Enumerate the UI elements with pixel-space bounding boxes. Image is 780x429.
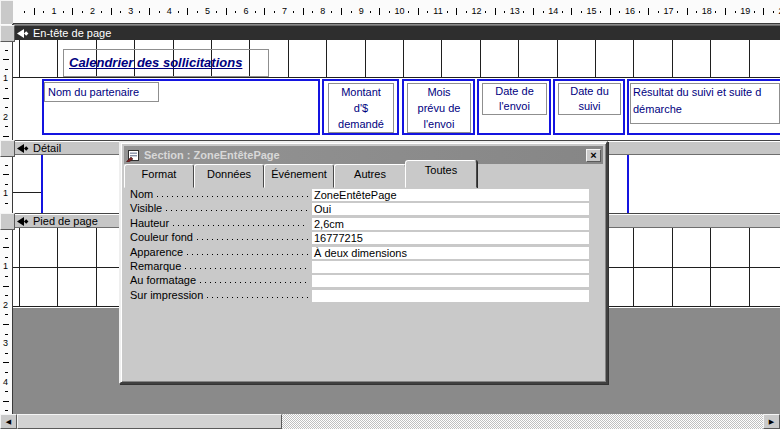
property-value-field[interactable] — [312, 290, 589, 302]
property-sheet-dialog: Section : ZoneEntêtePage × FormatDonnées… — [119, 141, 608, 384]
property-label: Au formatage — [130, 274, 196, 287]
ruler-tick — [5, 203, 8, 204]
ruler-tick — [3, 59, 9, 60]
ruler-tick — [754, 11, 755, 13]
ruler-tick — [773, 11, 774, 13]
ruler-tick — [533, 8, 534, 15]
dot-leader — [200, 282, 308, 283]
property-value-field[interactable] — [312, 275, 589, 287]
section-arrow-icon — [17, 29, 29, 38]
section-bar-page-header[interactable]: En-tête de page — [13, 25, 780, 40]
property-label: Nom — [130, 188, 153, 201]
property-value-field[interactable]: Oui — [312, 203, 589, 215]
ruler-tick — [639, 11, 640, 13]
ruler-number: 1 — [0, 262, 11, 271]
section-selector-detail[interactable] — [0, 140, 15, 157]
ruler-number: 17 — [663, 7, 673, 16]
ruler-number: 14 — [548, 7, 558, 16]
dialog-titlebar[interactable]: Section : ZoneEntêtePage × — [124, 146, 603, 164]
property-value-field[interactable] — [312, 261, 589, 273]
send-date-column-box[interactable]: Date del'envoi — [477, 79, 551, 135]
scroll-right-icon[interactable]: ▶ — [763, 414, 780, 429]
ruler-tick — [3, 136, 9, 137]
property-label: Couleur fond — [130, 231, 193, 244]
ruler-tick — [303, 8, 304, 15]
field-label-partner[interactable]: Nom du partenaire — [44, 82, 159, 102]
scroll-left-icon[interactable]: ◀ — [0, 414, 17, 429]
ruler-number: 15 — [587, 7, 597, 16]
ruler-tick — [5, 295, 8, 296]
property-row: Sur impression — [125, 289, 602, 303]
tab-autres[interactable]: Autres — [334, 164, 406, 188]
ruler-number: 13 — [510, 7, 520, 16]
ruler-tick — [5, 353, 8, 354]
horizontal-scrollbar[interactable]: ◀ ▶ — [0, 414, 780, 429]
page-header-section-canvas[interactable]: Calendrier des sollicitations Nom du par… — [13, 40, 780, 140]
ruler-tick — [466, 11, 467, 13]
close-icon[interactable]: × — [586, 149, 601, 162]
ruler-tick — [72, 8, 73, 15]
ruler-tick — [5, 334, 8, 335]
ruler-number: 1 — [49, 7, 59, 16]
section-selector-page-footer[interactable] — [0, 213, 15, 230]
field-label-amount[interactable]: Montantd'$demandé — [328, 83, 394, 133]
property-row: Remarque — [125, 260, 602, 274]
field-label-month[interactable]: Moisprévu del'envoi — [407, 83, 471, 133]
ruler-tick — [619, 11, 620, 13]
tab-données[interactable]: Données — [194, 164, 264, 188]
section-arrow-icon — [17, 144, 29, 153]
ruler-corner[interactable] — [0, 0, 14, 25]
ruler-tick — [379, 8, 380, 15]
field-label-result[interactable]: Résultat du suivi et suite ddémarche — [630, 83, 780, 124]
report-title-label[interactable]: Calendrier des sollicitations — [63, 49, 269, 77]
ruler-number: 19 — [740, 7, 750, 16]
ruler-tick — [3, 286, 9, 287]
property-value-field[interactable]: ZoneEntêtePage — [312, 189, 589, 201]
scrollbar-track[interactable] — [282, 414, 763, 429]
property-label-cell: Apparence — [130, 246, 312, 259]
ruler-tick — [139, 11, 140, 13]
ruler-tick — [735, 11, 736, 13]
ruler-tick — [581, 11, 582, 13]
design-grid — [13, 192, 42, 193]
amount-column-box[interactable]: Montantd'$demandé — [322, 79, 399, 135]
ruler-tick — [408, 11, 409, 13]
ruler-tick — [677, 11, 678, 13]
field-label-follow-date[interactable]: Date dusuivi — [558, 83, 621, 115]
ruler-tick — [5, 238, 8, 239]
month-column-box[interactable]: Moisprévu del'envoi — [402, 79, 475, 135]
dot-leader — [207, 297, 308, 298]
ruler-number: 11 — [433, 7, 443, 16]
ruler-number: 3 — [126, 7, 136, 16]
property-value-field[interactable]: 16777215 — [312, 232, 589, 244]
property-label-cell: Au formatage — [130, 274, 312, 287]
result-column-box[interactable]: Résultat du suivi et suite ddémarche — [627, 79, 780, 135]
ruler-number: 2 — [0, 301, 11, 310]
tab-événement[interactable]: Événement — [264, 164, 334, 188]
scrollbar-thumb[interactable] — [17, 414, 282, 429]
property-value-field[interactable]: 2,6cm — [312, 218, 589, 230]
ruler-tick — [341, 8, 342, 15]
field-label-send-date[interactable]: Date del'envoi — [482, 83, 547, 115]
ruler-tick — [725, 8, 726, 15]
ruler-tick — [3, 362, 9, 363]
horizontal-ruler[interactable]: 1234567891011121314151617181920 — [13, 0, 780, 24]
property-value-field[interactable]: À deux dimensions — [312, 247, 589, 259]
tab-toutes[interactable]: Toutes — [405, 160, 477, 188]
ruler-number: 16 — [625, 7, 635, 16]
tab-bar: FormatDonnéesÉvénementAutresToutes — [124, 164, 603, 188]
property-label: Visible — [130, 202, 162, 215]
ruler-number: 18 — [702, 7, 712, 16]
property-label-cell: Visible — [130, 202, 312, 215]
ruler-tick — [571, 8, 572, 15]
property-row: VisibleOui — [125, 202, 602, 216]
follow-date-column-box[interactable]: Date dusuivi — [553, 79, 625, 135]
ruler-tick — [101, 11, 102, 13]
ruler-tick — [696, 11, 697, 13]
ruler-tick — [504, 11, 505, 13]
tab-format[interactable]: Format — [124, 164, 194, 188]
ruler-tick — [43, 11, 44, 13]
ruler-tick — [5, 314, 8, 315]
section-selector-page-header[interactable] — [0, 25, 15, 42]
ruler-tick — [3, 98, 9, 99]
